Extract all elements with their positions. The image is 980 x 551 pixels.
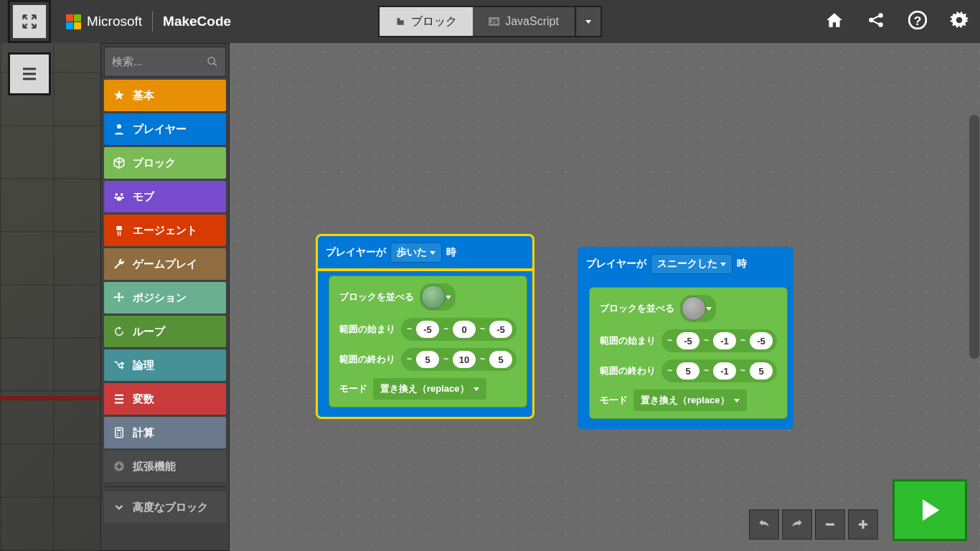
cat-positions[interactable]: ポジション: [104, 282, 226, 314]
undo-icon: [757, 517, 771, 532]
undo-button[interactable]: [749, 509, 779, 540]
mode-blocks-button[interactable]: ブロック: [380, 7, 473, 36]
chevron-down-icon: [430, 251, 435, 255]
cat-player[interactable]: プレイヤー: [104, 113, 226, 145]
fill-block[interactable]: ブロックを並べる 範囲の始まり ~-5 ~-1 ~-5 範囲の終わり ~5 ~-: [589, 287, 788, 419]
event-action-dropdown[interactable]: 歩いた: [390, 242, 442, 263]
event-body: ブロックを並べる 範囲の始まり ~-5 ~0 ~-5 範囲の終わり ~5 ~10: [317, 270, 533, 418]
person-icon: [113, 123, 126, 136]
event-hat[interactable]: プレイヤーが 歩いた 時: [317, 235, 533, 270]
tilde-icon: ~: [442, 324, 450, 334]
home-button[interactable]: [825, 11, 844, 32]
cat-label: エージェント: [133, 224, 197, 237]
mode-blocks-label: ブロック: [411, 14, 457, 29]
fill-row-mode: モード 置き換え（replace）: [600, 390, 777, 411]
num-input[interactable]: 0: [453, 321, 476, 338]
mode-dropdown-button[interactable]: [575, 7, 600, 36]
tilde-icon: ~: [442, 354, 450, 364]
cat-label: ポジション: [133, 291, 187, 305]
fullscreen-button[interactable]: [10, 2, 49, 41]
dropdown-value: スニークした: [657, 258, 717, 270]
num-input[interactable]: -1: [713, 362, 736, 380]
cat-loops[interactable]: ループ: [104, 316, 226, 347]
block-picker[interactable]: [420, 283, 456, 311]
cube-icon: [113, 156, 126, 169]
home-icon: [825, 11, 844, 29]
brand-app-text: MakeCode: [163, 14, 231, 29]
num-input[interactable]: 5: [489, 351, 512, 368]
num-input[interactable]: -5: [416, 321, 439, 338]
num-input[interactable]: -5: [677, 332, 699, 349]
event-action-dropdown[interactable]: スニークした: [651, 254, 732, 274]
position-from[interactable]: ~-5 ~-1 ~-5: [661, 329, 777, 352]
cat-label: 高度なブロック: [133, 501, 208, 514]
cat-variables[interactable]: 変数: [104, 383, 226, 415]
menu-button[interactable]: [10, 55, 49, 93]
mode-dropdown[interactable]: 置き換え（replace）: [373, 378, 486, 400]
svg-point-8: [121, 193, 123, 196]
block-icon: [421, 285, 446, 309]
position-from[interactable]: ~-5 ~0 ~-5: [401, 318, 517, 341]
event-block-sneak[interactable]: プレイヤーが スニークした 時 ブロックを並べる 範囲の始まり ~-5 ~-1 …: [578, 247, 793, 429]
position-to[interactable]: ~5 ~-1 ~5: [661, 359, 777, 382]
num-input[interactable]: -5: [750, 332, 773, 349]
num-input[interactable]: -1: [713, 332, 736, 349]
settings-button[interactable]: [950, 11, 969, 32]
cat-label: 基本: [133, 89, 154, 103]
cat-extensions[interactable]: 拡張機能: [104, 451, 226, 482]
num-input[interactable]: 5: [416, 351, 439, 368]
svg-rect-24: [862, 520, 864, 529]
num-input[interactable]: 5: [677, 362, 699, 380]
run-button[interactable]: [892, 479, 967, 541]
svg-point-2: [878, 22, 883, 27]
fill-row-from: 範囲の始まり ~-5 ~0 ~-5: [339, 318, 517, 341]
svg-point-1: [878, 13, 883, 18]
num-input[interactable]: -5: [489, 321, 512, 338]
help-button[interactable]: ?: [908, 11, 927, 32]
move-icon: [113, 291, 126, 304]
event-body: ブロックを並べる 範囲の始まり ~-5 ~-1 ~-5 範囲の終わり ~5 ~-: [578, 281, 793, 429]
from-label: 範囲の始まり: [600, 334, 656, 347]
tilde-icon: ~: [739, 366, 747, 376]
calculator-icon: [113, 426, 126, 439]
svg-point-9: [114, 197, 116, 199]
position-to[interactable]: ~5 ~10 ~5: [401, 348, 517, 371]
mode-label: モード: [339, 382, 367, 395]
zoom-in-button[interactable]: [848, 509, 878, 540]
num-input[interactable]: 5: [750, 362, 773, 380]
hat-text-post: 時: [737, 258, 747, 270]
zoom-out-button[interactable]: [815, 509, 845, 540]
svg-point-18: [120, 433, 121, 434]
cat-mobs[interactable]: モブ: [104, 181, 226, 212]
redo-button[interactable]: [782, 509, 812, 540]
cat-gameplay[interactable]: ゲームプレイ: [104, 248, 226, 280]
chevron-down-icon: [473, 387, 479, 391]
tilde-icon: ~: [405, 324, 413, 334]
cat-advanced[interactable]: 高度なブロック: [104, 491, 226, 523]
event-block-walk[interactable]: プレイヤーが 歩いた 時 ブロックを並べる 範囲の始まり ~-5 ~0 ~-5: [317, 235, 533, 418]
from-label: 範囲の始まり: [339, 323, 395, 336]
block-picker[interactable]: [680, 295, 716, 322]
blocks-icon: [395, 17, 405, 27]
cat-basic[interactable]: 基本: [104, 80, 226, 111]
svg-point-11: [116, 197, 122, 201]
canvas-scrollbar-v[interactable]: [969, 115, 979, 359]
mode-dropdown[interactable]: 置き換え（replace）: [633, 390, 747, 411]
cat-logic[interactable]: 論理: [104, 349, 226, 381]
fill-block[interactable]: ブロックを並べる 範囲の始まり ~-5 ~0 ~-5 範囲の終わり ~5 ~10: [329, 276, 527, 408]
shuffle-icon: [113, 359, 126, 372]
mode-js-button[interactable]: JS JavaScript: [473, 7, 575, 36]
minus-icon: [824, 518, 837, 531]
svg-point-10: [122, 197, 124, 199]
num-input[interactable]: 10: [453, 351, 476, 368]
cat-agent[interactable]: エージェント: [104, 215, 226, 246]
share-button[interactable]: [867, 11, 885, 32]
fill-row-block: ブロックを並べる: [600, 295, 777, 322]
hat-text-post: 時: [446, 246, 456, 259]
chevron-down-icon: [720, 263, 726, 266]
workspace-canvas[interactable]: プレイヤーが 歩いた 時 ブロックを並べる 範囲の始まり ~-5 ~0 ~-5: [230, 43, 980, 551]
search-input[interactable]: 検索...: [104, 47, 226, 77]
cat-math[interactable]: 計算: [104, 417, 226, 448]
event-hat[interactable]: プレイヤーが スニークした 時: [578, 247, 793, 281]
cat-blocks[interactable]: ブロック: [104, 147, 226, 179]
